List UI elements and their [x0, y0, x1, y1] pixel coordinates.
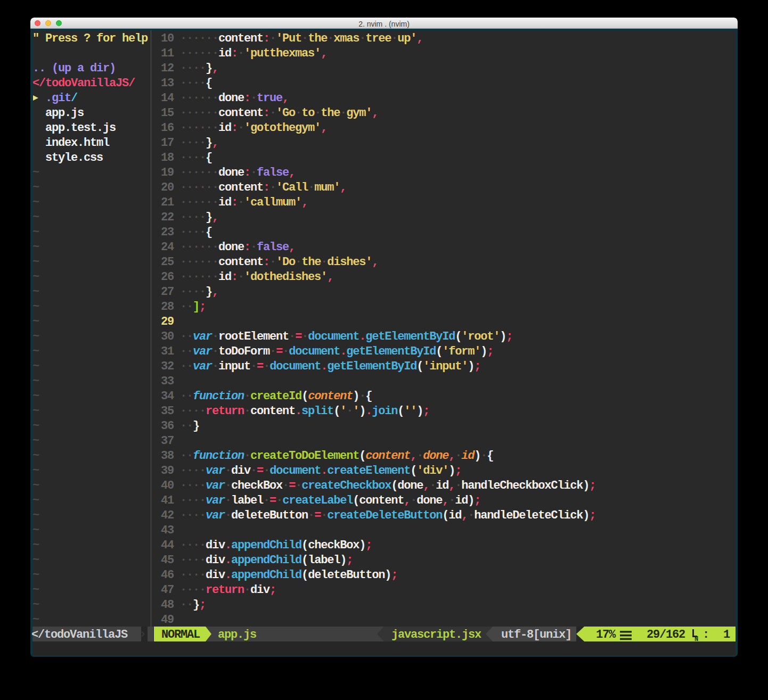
svg-text:N: N [695, 636, 698, 641]
